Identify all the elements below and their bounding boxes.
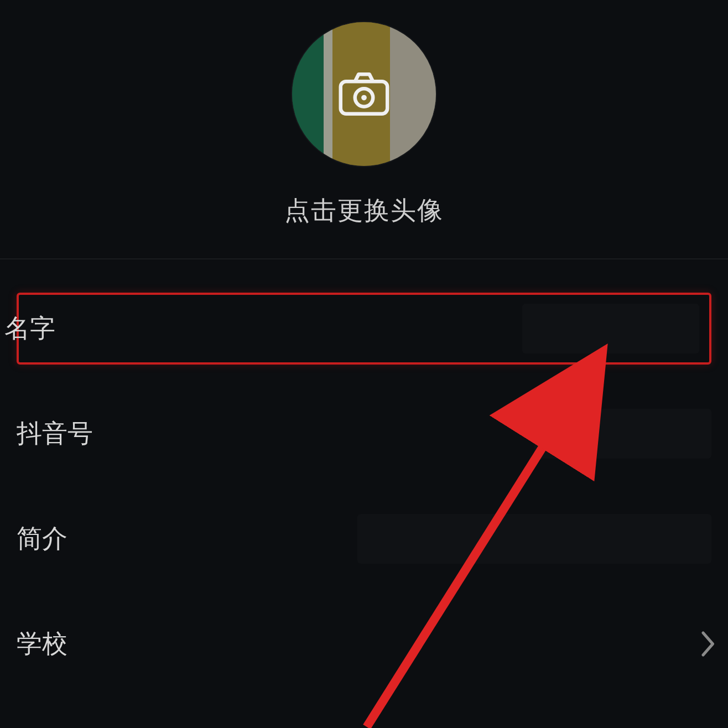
profile-row-name[interactable]: 名字: [17, 293, 711, 365]
camera-icon: [335, 65, 393, 123]
profile-row-label: 抖音号: [17, 417, 93, 451]
profile-row-label: 简介: [17, 522, 67, 556]
profile-row-label: 名字: [4, 311, 55, 346]
profile-row-value: [357, 514, 711, 564]
profile-row-label: 学校: [17, 627, 67, 661]
profile-row-value: [522, 304, 699, 353]
profile-row-school[interactable]: 学校: [17, 591, 711, 696]
profile-row-douyin-id[interactable]: 抖音号: [17, 381, 711, 486]
svg-point-2: [361, 95, 367, 101]
profile-row-bio[interactable]: 简介: [17, 486, 711, 591]
profile-row-value: [534, 409, 711, 459]
avatar-hint-text: 点击更换头像: [284, 194, 444, 228]
avatar-change-button[interactable]: [292, 22, 436, 166]
section-divider: [0, 258, 728, 259]
chevron-right-icon: [700, 630, 717, 658]
